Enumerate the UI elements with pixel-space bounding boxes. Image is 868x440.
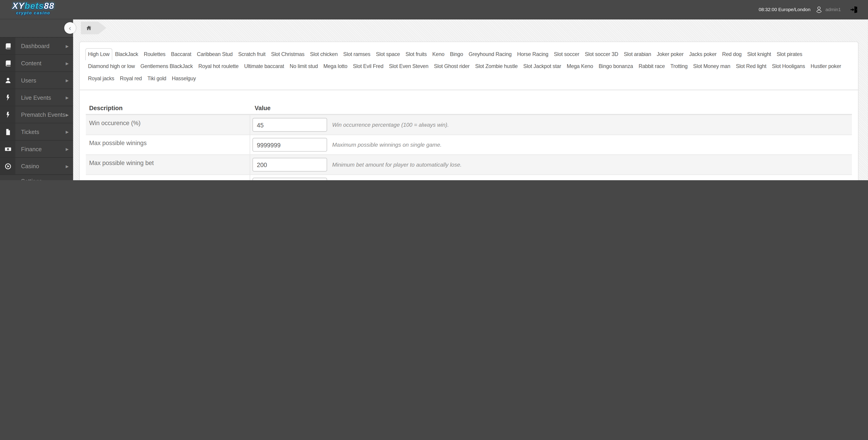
sidebar-item-label: Tickets <box>21 129 39 135</box>
user-icon <box>0 76 16 84</box>
sidebar-item-dashboard[interactable]: Dashboard▶ <box>0 38 73 55</box>
sidebar-item-finance[interactable]: Finance▶ <box>0 140 73 158</box>
tab-mega-keno[interactable]: Mega Keno <box>564 60 596 72</box>
tab-slot-christmas[interactable]: Slot Christmas <box>268 48 307 60</box>
tab-royal-red[interactable]: Royal red <box>117 72 145 85</box>
tab-no-limit-stud[interactable]: No limit stud <box>287 60 320 72</box>
sidebar-item-label: Users <box>21 77 36 84</box>
game-tabs: High LowBlackJackRoulettesBaccaratCaribb… <box>80 42 858 90</box>
tab-greyhound-racing[interactable]: Greyhound Racing <box>466 48 514 60</box>
header-description: Description <box>86 104 250 111</box>
home-icon <box>86 25 92 31</box>
tab-slot-soccer-3d[interactable]: Slot soccer 3D <box>582 48 621 60</box>
logo-xy: XY <box>12 1 25 11</box>
tab-joker-poker[interactable]: Joker poker <box>654 48 686 60</box>
chevron-right-icon: ▶ <box>66 130 69 134</box>
tab-keno[interactable]: Keno <box>430 48 447 60</box>
money-icon <box>0 145 16 153</box>
tab-slot-arabian[interactable]: Slot arabian <box>621 48 654 60</box>
input-first-fiche-value[interactable] <box>252 178 327 180</box>
tab-horse-racing[interactable]: Horse Racing <box>514 48 551 60</box>
tab-slot-money-man[interactable]: Slot Money man <box>690 60 733 72</box>
chevron-right-icon: ▶ <box>66 113 69 117</box>
tab-gentlemens-blackjack[interactable]: Gentlemens BlackJack <box>137 60 195 72</box>
tab-royal-hot-roulette[interactable]: Royal hot roulette <box>196 60 241 72</box>
tab-caribbean-stud[interactable]: Caribbean Stud <box>194 48 235 60</box>
tab-slot-evil-fred[interactable]: Slot Evil Fred <box>350 60 386 72</box>
bolt-icon <box>0 111 16 118</box>
tab-jacks-poker[interactable]: Jacks poker <box>686 48 719 60</box>
main-content: High LowBlackJackRoulettesBaccaratCaribb… <box>73 19 868 180</box>
sidebar-subitem-settings[interactable]: Settings <box>0 175 73 180</box>
file-icon <box>0 128 16 135</box>
tab-rabbit-race[interactable]: Rabbit race <box>636 60 668 72</box>
tab-bingo[interactable]: Bingo <box>447 48 466 60</box>
logo-bets: bets <box>25 1 44 11</box>
input-max-possible-winings[interactable] <box>252 138 327 152</box>
sidebar-item-label: Finance <box>21 146 42 152</box>
book-icon <box>0 42 16 50</box>
sidebar-item-content[interactable]: Content▶ <box>0 55 73 72</box>
sidebar-item-users[interactable]: Users▶ <box>0 72 73 89</box>
sidebar-item-prematch-events[interactable]: Prematch Events▶ <box>0 106 73 124</box>
tab-hasselguy[interactable]: Hasselguy <box>169 72 199 85</box>
tab-tiki-gold[interactable]: Tiki gold <box>145 72 169 85</box>
tab-diamond-high-or-low[interactable]: Diamond high or low <box>85 60 137 72</box>
tab-mega-lotto[interactable]: Mega lotto <box>320 60 350 72</box>
sidebar-item-label: Prematch Events <box>21 111 65 118</box>
bolt-icon <box>0 94 16 101</box>
tab-row: Royal jacksRoyal redTiki goldHasselguy <box>85 72 852 85</box>
tab-slot-even-steven[interactable]: Slot Even Steven <box>386 60 431 72</box>
chevron-right-icon: ▶ <box>66 78 69 82</box>
tab-high-low[interactable]: High Low <box>85 48 112 60</box>
tab-slot-zombie-hustle[interactable]: Slot Zombie hustle <box>472 60 521 72</box>
setting-description: Max possible wining bet <box>86 155 250 174</box>
chevron-right-icon: ▶ <box>66 164 69 168</box>
tab-slot-hooligans[interactable]: Slot Hooligans <box>769 60 808 72</box>
username[interactable]: admin1 <box>826 7 841 12</box>
tab-ultimate-baccarat[interactable]: Ultimate baccarat <box>241 60 287 72</box>
tab-slot-knight[interactable]: Slot knight <box>744 48 774 60</box>
tab-hustler-poker[interactable]: Hustler poker <box>808 60 844 72</box>
chevron-right-icon: ▶ <box>66 147 69 151</box>
setting-value-cell: Minimum bet amount for player to automat… <box>250 155 852 174</box>
breadcrumb <box>81 22 106 34</box>
settings-table: Description Value Win occurence (%)Win o… <box>86 101 852 180</box>
brand-logo[interactable]: XYbets88 crypto casino <box>12 2 54 15</box>
tab-roulettes[interactable]: Roulettes <box>141 48 168 60</box>
sidebar-item-live-events[interactable]: Live Events▶ <box>0 89 73 106</box>
tab-slot-jackpot-star[interactable]: Slot Jackpot star <box>521 60 564 72</box>
sidebar-item-tickets[interactable]: Tickets▶ <box>0 124 73 141</box>
input-max-possible-wining-bet[interactable] <box>252 158 327 171</box>
logout-icon[interactable] <box>850 5 858 13</box>
sidebar-item-casino[interactable]: Casino▶ <box>0 158 73 175</box>
tab-slot-red-light[interactable]: Slot Red light <box>733 60 769 72</box>
setting-description: First fiche value <box>86 175 250 180</box>
tab-baccarat[interactable]: Baccarat <box>168 48 194 60</box>
setting-hint: Maximum possible winnings on single game… <box>332 142 442 148</box>
tab-blackjack[interactable]: BlackJack <box>112 48 141 60</box>
sidebar-collapse-button[interactable]: ‹ <box>64 22 76 34</box>
tab-slot-chicken[interactable]: Slot chicken <box>307 48 340 60</box>
chevron-right-icon: ▶ <box>66 44 69 48</box>
tab-slot-pirates[interactable]: Slot pirates <box>774 48 805 60</box>
sidebar-subitem-label: Settings <box>21 178 42 180</box>
sidebar-item-label: Casino <box>21 163 39 169</box>
tab-red-dog[interactable]: Red dog <box>719 48 744 60</box>
tab-slot-fruits[interactable]: Slot fruits <box>403 48 429 60</box>
user-avatar-icon[interactable] <box>815 5 823 13</box>
tab-slot-ghost-rider[interactable]: Slot Ghost rider <box>431 60 472 72</box>
input-win-occurence[interactable] <box>252 118 327 132</box>
table-row: Max possible winingsMaximum possible win… <box>86 134 852 154</box>
chevron-right-icon: ▶ <box>66 61 69 65</box>
tab-bingo-bonanza[interactable]: Bingo bonanza <box>596 60 636 72</box>
tab-scratch-fruit[interactable]: Scratch fruit <box>235 48 268 60</box>
tab-slot-soccer[interactable]: Slot soccer <box>551 48 582 60</box>
book-icon <box>0 60 16 67</box>
tab-slot-ramses[interactable]: Slot ramses <box>340 48 373 60</box>
tab-slot-space[interactable]: Slot space <box>373 48 403 60</box>
chevron-right-icon: ▶ <box>66 95 69 99</box>
tab-royal-jacks[interactable]: Royal jacks <box>85 72 117 85</box>
tab-trotting[interactable]: Trotting <box>668 60 690 72</box>
logo-subtitle: crypto casino <box>12 11 54 15</box>
